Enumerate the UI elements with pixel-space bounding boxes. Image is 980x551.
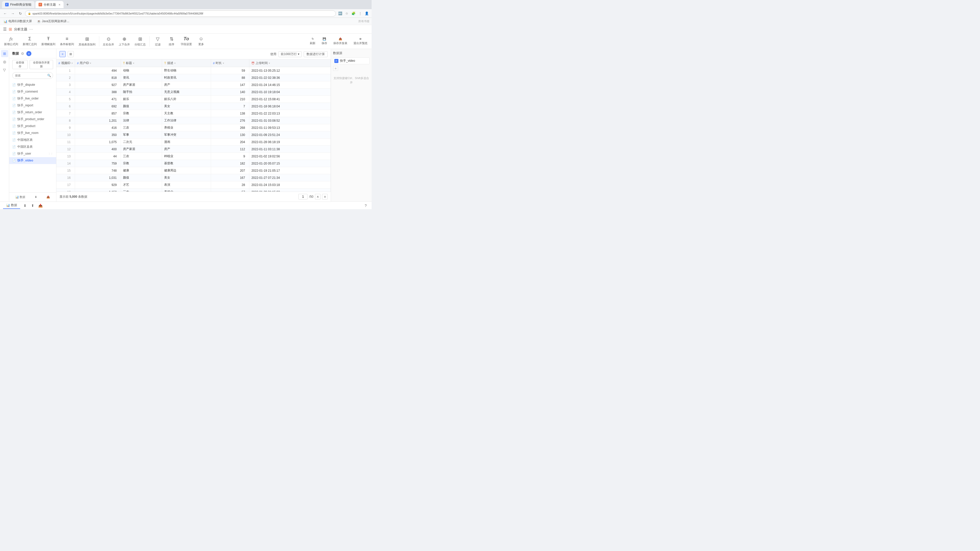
filter-button[interactable]: ▽ 过滤	[151, 35, 164, 48]
cell-userid: 471	[75, 96, 121, 103]
cell-desc: 养殖业	[162, 189, 211, 192]
col-sort-icon-title[interactable]: ▾	[133, 62, 134, 65]
col-sort-icon-id[interactable]: ▾	[72, 62, 73, 65]
col-sort-icon-upload[interactable]: ▾	[269, 62, 270, 65]
footer-import-button[interactable]: ⬇	[33, 194, 39, 200]
save-all-button[interactable]: 全部保存	[12, 60, 27, 69]
compute-button[interactable]: 数据进行计算	[304, 51, 328, 57]
forward-button[interactable]: →	[10, 11, 16, 17]
table-item-live-order[interactable]: 📄 快手_live_order	[9, 95, 56, 102]
left-icon-nav: ⊞ ◎ ▽	[0, 49, 9, 202]
col-sort-icon-desc[interactable]: ▾	[174, 62, 176, 65]
merge-ud-button[interactable]: ⊕ 上下合并	[117, 35, 132, 48]
app-menu-icon[interactable]: ⋯	[29, 27, 33, 32]
filter-icon: ▽	[156, 36, 159, 42]
table-item-report[interactable]: 📄 快手_report	[9, 102, 56, 109]
profile-icon[interactable]: 👤	[364, 11, 369, 16]
back-button[interactable]: ←	[2, 11, 8, 17]
nav-filter-icon[interactable]: ▽	[1, 66, 8, 73]
address-bar[interactable]: 🔓 spark03:8080/finebi/decision/v5/conf/s…	[25, 11, 336, 17]
close-tab-icon[interactable]: ✕	[59, 3, 60, 6]
save-update-button[interactable]: 全部保存并更新	[30, 60, 53, 69]
table-view-button[interactable]: ≡	[59, 51, 65, 57]
save-button[interactable]: 💾 保存	[320, 36, 329, 46]
extension-icon[interactable]: 🧩	[351, 11, 356, 16]
table-item-video[interactable]: 📄 快手_video	[9, 157, 56, 164]
cell-desc: 天主教	[162, 110, 211, 117]
exit-preview-button[interactable]: 👁 退出并预览	[352, 37, 369, 46]
grid-view-button[interactable]: ⊞	[68, 51, 74, 57]
condition-tag-button[interactable]: ≡ 条件标签列	[58, 35, 76, 48]
table-item-live-room[interactable]: 📄 快手_live_room	[9, 130, 56, 137]
sidebar-add-button[interactable]: +	[26, 51, 32, 56]
refresh-button[interactable]: ↻ 刷新	[308, 36, 318, 46]
table-item-product-order[interactable]: 📄 快手_product_order	[9, 116, 56, 123]
table-row: 6 692 颜值 美女 7 2022-01-18 06:18:04	[56, 103, 331, 110]
nav-data-icon[interactable]: ⊞	[1, 50, 8, 57]
field-settings-button[interactable]: To 字段设置	[179, 35, 194, 48]
status-data-tab[interactable]: 📊 数据	[3, 202, 20, 209]
table-icon: 📄	[12, 118, 16, 121]
table-row: 17 929 才艺 表演 28 2022-01-24 15:03:18	[56, 181, 331, 189]
other-table-add-button[interactable]: ⊞ 其他表添加列	[76, 35, 97, 48]
settings-icon[interactable]: ⋮	[357, 11, 363, 16]
add-formula-col-button[interactable]: 𝑓𝑥 新增公式列	[2, 35, 20, 48]
browser-tab-finebi[interactable]: F FineBI商业智能	[2, 1, 35, 8]
footer-export-button[interactable]: 📤	[45, 194, 52, 200]
table-item-district[interactable]: 📄 中国区县表	[9, 143, 56, 150]
group-summary-button[interactable]: ⊞ 分组汇总	[132, 35, 148, 48]
bookmark-dashboard[interactable]: 📊 电商618数据大屏	[2, 19, 33, 24]
browser-tab-subject[interactable]: F 分析主题 ✕	[35, 1, 64, 8]
subject-tab-label: 分析主题	[44, 3, 56, 7]
sort-button[interactable]: ⇅ 排序	[165, 35, 178, 48]
add-summary-col-button[interactable]: Σ 新增汇总列	[21, 35, 39, 48]
reload-button[interactable]: ↻	[18, 11, 24, 17]
status-export-button[interactable]: 📤	[38, 203, 43, 208]
cell-duration: 210	[211, 96, 249, 103]
bookmark-icon[interactable]: ☆	[344, 11, 350, 16]
new-tab-button[interactable]: +	[65, 2, 71, 8]
footer-data-button[interactable]: 📊 数据	[13, 194, 27, 200]
table-item-return-order[interactable]: 📄 快手_return_order	[9, 109, 56, 116]
status-help-button[interactable]: ?	[363, 203, 369, 208]
sidebar-footer: 📊 数据 ⬇ 📤	[9, 192, 56, 202]
table-item-dispute[interactable]: 📄 快手_dispute	[9, 81, 56, 88]
limit-selector[interactable]: 前1000万行 ▾	[278, 51, 302, 57]
nav-connect-icon[interactable]: ◎	[1, 58, 8, 65]
table-item-comment[interactable]: 📄 快手_comment	[9, 88, 56, 95]
add-datasource-button[interactable]: +	[333, 66, 338, 71]
table-row: 13 44 三农 种植业 9 2022-01-02 19:02:56	[56, 153, 331, 160]
col-sort-icon-duration[interactable]: ▾	[223, 62, 224, 65]
col-label-desc: 描述	[167, 61, 173, 65]
translate-icon[interactable]: 🔤	[337, 11, 343, 16]
table-more-icon[interactable]: ⋮⋮	[48, 152, 53, 155]
save-publish-button[interactable]: 📤 保存并发表	[331, 36, 349, 46]
table-item-product[interactable]: 📄 快手_product	[9, 123, 56, 130]
add-formula-col-label: 新增公式列	[4, 42, 18, 46]
merge-lr-button[interactable]: ⊙ 左右合并	[101, 35, 116, 48]
cell-duration: 112	[211, 146, 249, 153]
bookmark-java[interactable]: ☕ Java互联网架构讲...	[35, 19, 71, 24]
cell-userid: 927	[75, 81, 121, 89]
search-input[interactable]	[12, 72, 53, 79]
cell-title: 三农	[121, 189, 162, 192]
add-assign-col-button[interactable]: Ŧ 新增赋值列	[39, 35, 57, 48]
status-upload-button[interactable]: ⬆	[30, 203, 35, 208]
table-item-region[interactable]: 📄 中国地区表	[9, 137, 56, 143]
table-name-live-order: 快手_live_order	[18, 97, 53, 101]
table-row: 4 388 随手拍 无意义视频 140 2022-01-10 19:18:04	[56, 89, 331, 96]
datasource-item-video[interactable]: F 快手_video	[333, 57, 369, 64]
cell-title: 房产家居	[121, 146, 162, 153]
page-prev-button[interactable]: ∧	[315, 194, 321, 200]
cell-upload-time: 2022-01-28 06:18:19	[249, 138, 331, 146]
sidebar-settings-icon[interactable]: ⚙	[21, 52, 24, 56]
cell-desc: 表演	[162, 181, 211, 189]
col-sort-icon-userid[interactable]: ▾	[90, 62, 91, 65]
cell-userid: 1,201	[75, 117, 121, 124]
table-item-user[interactable]: 📄 快手_user ⋮⋮	[9, 150, 56, 157]
more-button[interactable]: ☺ 更多	[194, 35, 208, 48]
status-download-button[interactable]: ⬇	[22, 203, 28, 208]
page-next-button[interactable]: ∨	[322, 194, 328, 200]
page-input[interactable]	[298, 194, 307, 200]
left-nav-toggle-icon[interactable]: ☰	[3, 27, 6, 32]
